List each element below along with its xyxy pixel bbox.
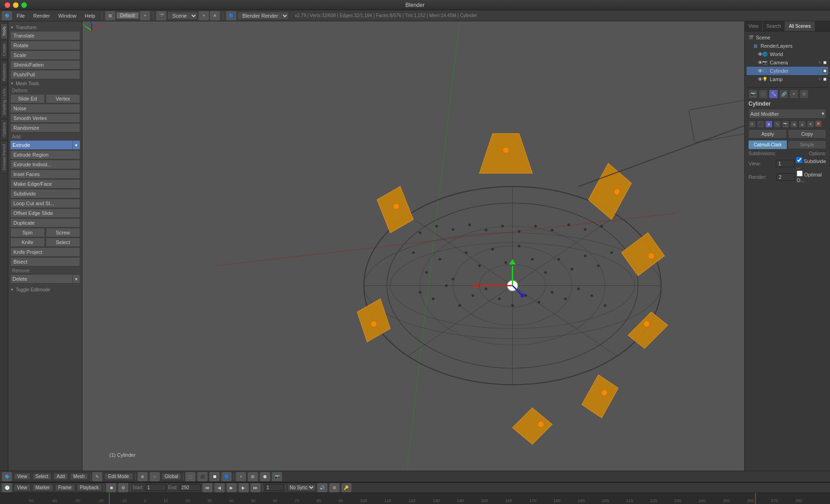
maximize-button[interactable] — [21, 2, 27, 8]
type-simple[interactable]: Simple — [788, 140, 826, 149]
vt-snap-icon[interactable]: ⊞ — [248, 472, 258, 481]
tl-rec-icon[interactable]: ⏺ — [106, 483, 116, 492]
tl-end-input[interactable] — [180, 484, 201, 491]
scene-item-lamp[interactable]: 👁 💡 Lamp 👁 🔲 — [747, 75, 828, 83]
mod-expand[interactable]: ◀ — [790, 120, 798, 128]
optimal-checkbox[interactable] — [797, 170, 803, 176]
collapse-triangle3[interactable]: ▼ — [10, 288, 14, 292]
btn-scale[interactable]: Scale — [10, 50, 80, 60]
scene-item-scene[interactable]: 🎬 Scene — [747, 33, 828, 42]
collapse-triangle2[interactable]: ▼ — [10, 82, 14, 86]
tl-keying-icon[interactable]: 🔑 — [341, 483, 352, 492]
btn-offset-edge-slide[interactable]: Offset Edge Slide — [10, 208, 80, 218]
vtab-options[interactable]: Options — [0, 119, 8, 140]
scene-item-renderlayers[interactable]: ▤ RenderLayers — [747, 42, 828, 50]
copy-button[interactable]: Copy — [788, 129, 826, 139]
tl-settings2-icon[interactable]: ⚙ — [329, 483, 340, 492]
tl-frame-btn[interactable]: Frame — [55, 484, 75, 491]
tl-sync-select[interactable]: No Sync — [288, 484, 315, 491]
type-catmull-clark[interactable]: Catmull-Clark — [748, 140, 787, 149]
vt-view-btn[interactable]: View — [14, 473, 31, 480]
tl-current-frame[interactable] — [265, 484, 283, 491]
add-modifier-button[interactable]: Add Modifier ▾ — [748, 109, 826, 119]
btn-bisect[interactable]: Bisect — [10, 257, 80, 266]
tl-start-input[interactable] — [145, 484, 166, 491]
btn-spin[interactable]: Spin — [10, 228, 45, 237]
apply-button[interactable]: Apply — [748, 129, 787, 139]
lamp-render-icon[interactable]: 🔲 — [823, 77, 827, 82]
btn-extrude-region[interactable]: Extrude Region — [10, 150, 80, 159]
blender-icon[interactable]: 🔷 — [2, 11, 12, 20]
mod-delete[interactable]: ✕ — [815, 120, 822, 127]
tl-prev-frame[interactable]: ◀ — [214, 483, 225, 492]
subdivide-checkbox[interactable] — [796, 157, 802, 163]
vt-proportional[interactable]: ○ — [150, 472, 160, 481]
tl-playback-btn[interactable]: Playback — [77, 484, 102, 491]
workspace-icon[interactable]: ⊞ — [105, 11, 115, 20]
render-engine-icon[interactable]: 🔵 — [226, 11, 236, 20]
vt-engine-icon[interactable]: 🔷 — [2, 472, 12, 481]
btn-extrude[interactable]: Extrude — [10, 140, 73, 150]
vtab-grease[interactable]: Grease Pencil — [0, 141, 8, 174]
mod-icon-physics[interactable]: ⚙ — [799, 89, 809, 99]
btn-slide-edge[interactable]: Slide Ed — [10, 94, 45, 103]
add-scene-icon[interactable]: + — [199, 11, 209, 20]
cylinder-render-icon[interactable]: 🔲 — [823, 69, 827, 73]
vt-textured-icon[interactable]: 🔲 — [209, 472, 220, 481]
btn-translate[interactable]: Translate — [10, 31, 80, 40]
close-button[interactable] — [5, 2, 10, 8]
menu-file[interactable]: File — [13, 12, 29, 19]
mod-subdiv-icon[interactable]: S — [765, 120, 773, 128]
btn-vertex[interactable]: Vertex — [46, 94, 81, 103]
rt-tab-view[interactable]: View — [745, 21, 763, 31]
btn-extrude-arrow[interactable]: ▾ — [73, 140, 80, 150]
scene-select[interactable]: Scene — [167, 12, 198, 20]
mod-icon-constraints[interactable]: 🔗 — [779, 89, 788, 99]
scene-icon[interactable]: 🎬 — [156, 11, 166, 20]
rt-tab-search[interactable]: Search — [763, 21, 786, 31]
vtab-create[interactable]: Create — [0, 40, 8, 59]
btn-extrude-individ[interactable]: Extrude Individ... — [10, 160, 80, 169]
btn-subdivide[interactable]: Subdivide — [10, 189, 80, 198]
tl-play[interactable]: ▶ — [226, 483, 237, 492]
layout-default[interactable]: Default — [116, 12, 139, 19]
mod-edit[interactable]: ✎ — [773, 120, 781, 128]
camera-render-icon[interactable]: 🔲 — [823, 61, 827, 65]
vtab-relations[interactable]: Relations — [0, 60, 8, 84]
btn-inset-faces[interactable]: Inset Faces — [10, 170, 80, 179]
scene-item-camera[interactable]: 👁 📷 Camera 👁 🔲 — [747, 58, 828, 67]
vt-rendered-icon[interactable]: 🔵 — [221, 472, 232, 481]
vt-solid-icon[interactable]: ⬛ — [197, 472, 208, 481]
delete-scene-icon[interactable]: ✕ — [210, 11, 220, 20]
btn-knife-project[interactable]: Knife Project — [10, 247, 80, 257]
btn-randomize[interactable]: Randomize — [10, 123, 80, 132]
render-input[interactable] — [776, 173, 795, 181]
btn-push-pull[interactable]: Push/Pull — [10, 70, 80, 79]
lamp-hide-icon[interactable]: 👁 — [818, 77, 822, 82]
collapse-triangle[interactable]: ▼ — [10, 25, 14, 30]
btn-shrink-fatten[interactable]: Shrink/Fatten — [10, 60, 80, 69]
render-engine-select[interactable]: Blender Render — [237, 12, 289, 20]
timeline-ruler[interactable]: -50 -40 -30 -20 -10 0 10 20 30 40 50 60 … — [0, 493, 830, 504]
vt-add-btn[interactable]: Add — [53, 473, 68, 480]
vt-mode-icon[interactable]: ✎ — [92, 472, 102, 481]
vt-manipulator-icon[interactable]: + — [236, 472, 246, 481]
scene-item-cylinder[interactable]: 👁 ⬡ Cylinder 👁 🔲 — [747, 67, 828, 75]
mod-view-toggle[interactable]: ⬛ — [757, 120, 764, 128]
vt-select-btn[interactable]: Select — [32, 473, 52, 480]
mod-icon-particles[interactable]: ✦ — [789, 89, 799, 99]
view-input[interactable] — [776, 160, 794, 167]
btn-make-edge-face[interactable]: Make Edge/Face — [10, 179, 80, 189]
scene-item-world[interactable]: 👁 🌐 World — [747, 50, 828, 58]
cylinder-hide-icon[interactable]: 👁 — [818, 69, 822, 73]
btn-loop-cut[interactable]: Loop Cut and Sl... — [10, 199, 80, 208]
mod-cam[interactable]: 📷 — [782, 120, 789, 128]
tl-settings-icon[interactable]: ⚙ — [118, 483, 128, 492]
tl-audio-icon[interactable]: 🔊 — [317, 483, 327, 492]
menu-render[interactable]: Render — [30, 12, 54, 19]
mod-icon-object[interactable]: ⬡ — [759, 89, 768, 99]
menu-window[interactable]: Window — [55, 12, 80, 19]
tl-engine-icon[interactable]: 🕐 — [2, 483, 12, 492]
tl-jump-end[interactable]: ⏭ — [251, 483, 261, 492]
vt-mesh-btn[interactable]: Mesh — [70, 473, 88, 480]
